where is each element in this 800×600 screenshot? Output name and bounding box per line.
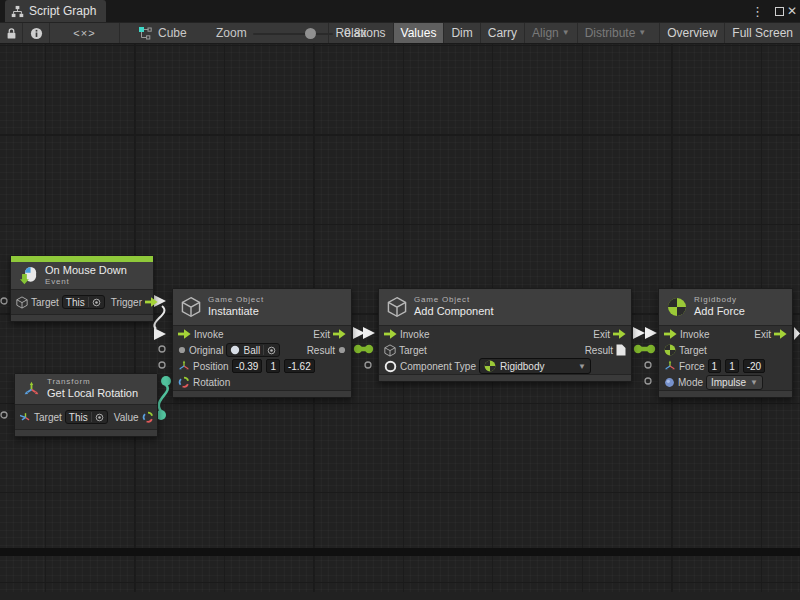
flow-arrow-icon[interactable]: [774, 329, 787, 339]
component-type-dropdown[interactable]: Rigidbody ▼: [479, 358, 591, 374]
zoom-slider[interactable]: [253, 33, 333, 35]
target-object-field[interactable]: This: [62, 295, 105, 309]
window-menu-icon[interactable]: ⋮: [751, 0, 764, 22]
position-y-field[interactable]: 1: [266, 359, 280, 373]
tab-title: Script Graph: [29, 4, 96, 18]
carry-button[interactable]: Carry: [480, 23, 524, 43]
flow-arrow-icon[interactable]: [664, 329, 677, 339]
original-object-field[interactable]: Ball: [226, 343, 280, 357]
force-y-field[interactable]: 1: [725, 359, 739, 373]
wire-result-to-target-1[interactable]: [354, 345, 373, 353]
script-graph-icon: [11, 5, 24, 18]
ring-port-icon[interactable]: [384, 360, 397, 373]
node-instantiate[interactable]: Game Object Instantiate Invoke Exit: [172, 288, 352, 398]
ball-icon: [230, 345, 240, 355]
wire-value-to-rotation[interactable]: [156, 376, 171, 420]
flow-arrow-icon[interactable]: [613, 329, 626, 339]
wire-exit-to-invoke-1[interactable]: [353, 327, 375, 339]
object-picker-icon[interactable]: [267, 346, 276, 355]
node-add-force[interactable]: Rigidbody Add Force Invoke Exit T: [658, 288, 793, 398]
node-title: Instantiate: [208, 305, 264, 319]
flow-arrow-icon[interactable]: [178, 329, 191, 339]
node-category: Game Object: [208, 295, 264, 305]
canvas-bottom-edge: [0, 548, 800, 556]
full-screen-button[interactable]: Full Screen: [724, 23, 800, 43]
force-x-field[interactable]: 1: [708, 359, 722, 373]
flow-arrow-icon[interactable]: [384, 329, 397, 339]
graph-canvas[interactable]: On Mouse Down Event Target This Trigger: [0, 44, 800, 592]
node-get-local-rotation[interactable]: Transform Get Local Rotation Target This…: [14, 373, 158, 437]
values-button[interactable]: Values: [393, 23, 444, 43]
object-picker-icon[interactable]: [92, 298, 101, 307]
node-title: Add Force: [694, 305, 745, 319]
toolbar-buttons: Relations Values Dim Carry Align▼ Distri…: [328, 23, 800, 43]
dot-port-icon[interactable]: [178, 346, 186, 354]
position-z-field[interactable]: -1.62: [284, 359, 315, 373]
rotation-icon[interactable]: [142, 411, 154, 423]
dropdown-arrow-icon: ▼: [638, 29, 646, 37]
node-on-mouse-down[interactable]: On Mouse Down Event Target This Trigger: [10, 255, 154, 322]
target-object-field[interactable]: This: [65, 410, 108, 424]
zoom-label: Zoom: [216, 23, 247, 43]
wire-exit-to-invoke-2[interactable]: [633, 327, 657, 339]
game-object-icon[interactable]: [384, 344, 396, 357]
close-icon[interactable]: ✕: [785, 0, 799, 22]
game-object-icon: [387, 296, 407, 318]
node-title: On Mouse Down: [45, 264, 127, 278]
port-label-invoke: Invoke: [680, 329, 709, 340]
rigidbody-icon: [667, 297, 687, 317]
transform-icon: [664, 360, 676, 372]
info-button[interactable]: [23, 23, 50, 43]
node-category: Transform: [47, 377, 138, 387]
zoom-slider-handle[interactable]: [305, 28, 316, 39]
overview-button[interactable]: Overview: [659, 23, 724, 43]
align-dropdown[interactable]: Align▼: [524, 23, 577, 43]
port-label-force: Force: [679, 361, 705, 372]
transform-icon: [20, 412, 31, 423]
code-preview-button[interactable]: <×>: [50, 23, 120, 43]
position-x-field[interactable]: -0.39: [232, 359, 263, 373]
port-label-target: Target: [399, 345, 427, 356]
port-label-result: Result: [307, 345, 335, 356]
node-category: Game Object: [414, 295, 494, 305]
rigidbody-icon: [484, 360, 496, 372]
relations-button[interactable]: Relations: [328, 23, 393, 43]
port-label-target: Target: [31, 297, 59, 308]
dropdown-arrow-icon: ▼: [578, 362, 586, 371]
game-object-icon: [181, 296, 201, 318]
dot-port-icon[interactable]: [338, 346, 346, 354]
node-add-component[interactable]: Game Object Add Component Invoke Exit: [378, 288, 632, 382]
wire-exit-offscreen[interactable]: [794, 327, 800, 340]
port-label-invoke: Invoke: [400, 329, 429, 340]
transform-icon: [23, 381, 40, 398]
node-title: Get Local Rotation: [47, 387, 138, 401]
port-label-result: Result: [585, 345, 613, 356]
port-label-original: Original: [189, 345, 223, 356]
rotation-icon: [178, 376, 190, 388]
graph-name-label: Cube: [158, 26, 187, 40]
graph-toolbar: <×> Cube Zoom 0.8x Relations Values Dim …: [0, 22, 800, 44]
dim-button[interactable]: Dim: [443, 23, 479, 43]
maximize-icon[interactable]: [775, 0, 784, 22]
force-z-field[interactable]: -20: [743, 359, 765, 373]
transform-icon: [178, 360, 190, 372]
lock-button[interactable]: [0, 23, 23, 43]
wire-result-to-target-2[interactable]: [634, 345, 655, 353]
info-icon: [30, 27, 43, 40]
graph-icon: [138, 26, 152, 40]
rigidbody-icon[interactable]: [664, 344, 676, 356]
port-label-exit: Exit: [593, 329, 610, 340]
port-label-mode: Mode: [678, 377, 703, 388]
object-picker-icon[interactable]: [95, 413, 104, 422]
current-graph[interactable]: Cube: [138, 23, 187, 43]
node-subtitle: Event: [45, 277, 127, 287]
flow-arrow-icon[interactable]: [333, 329, 346, 339]
node-title: Add Component: [414, 305, 494, 319]
port-label-trigger: Trigger: [111, 297, 142, 308]
distribute-dropdown[interactable]: Distribute▼: [577, 23, 654, 43]
flow-arrow-icon[interactable]: [145, 297, 158, 307]
dropdown-arrow-icon: ▼: [562, 29, 570, 37]
force-mode-dropdown[interactable]: Impulse ▼: [706, 375, 763, 390]
tab-script-graph[interactable]: Script Graph: [5, 0, 106, 22]
document-icon[interactable]: [616, 344, 626, 356]
